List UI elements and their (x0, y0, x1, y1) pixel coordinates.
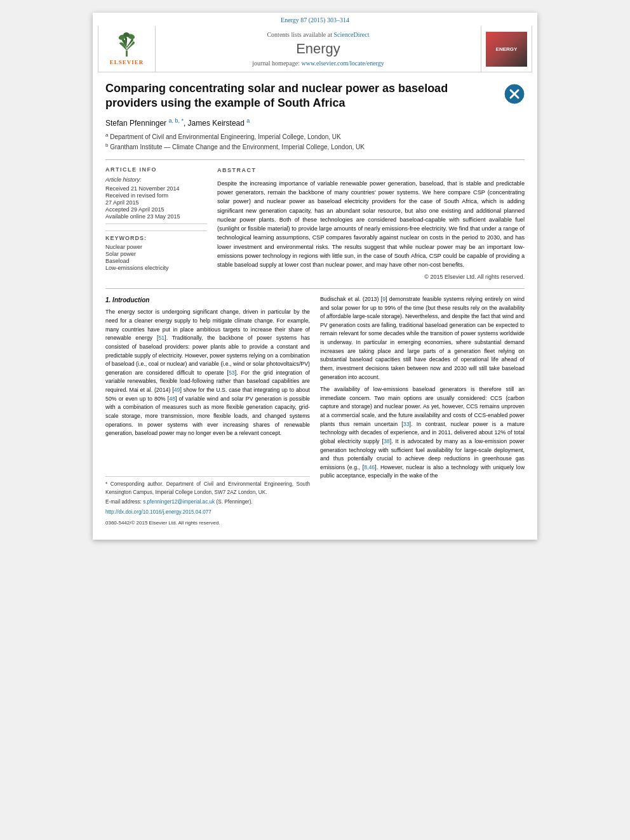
abstract-text: Despite the increasing importance of var… (217, 179, 525, 270)
info-divider (105, 223, 207, 224)
elsevier-text: ELSEVIER (110, 59, 144, 65)
doi-link[interactable]: http://dx.doi.org/10.1016/j.energy.2015.… (105, 509, 211, 515)
article-info: ARTICLE INFO Article history: Received 2… (105, 166, 207, 282)
crossmark-icon: CrossMark (504, 84, 525, 104)
svg-rect-0 (126, 51, 128, 57)
body-content: 1. Introduction The energy sector is und… (105, 295, 525, 527)
history-revised-label: Received in revised form (105, 192, 207, 199)
history-revised-date: 27 April 2015 (105, 199, 207, 206)
history-received: Received 21 November 2014 (105, 185, 207, 192)
section1-para2: Budischak et al. (2013) [9] demonstrate … (320, 295, 525, 382)
keyword-1: Nuclear power (105, 244, 207, 250)
ref-53[interactable]: 53 (229, 370, 235, 376)
affiliation-sup-b: a (246, 117, 250, 124)
ref-9[interactable]: 9 (382, 296, 385, 302)
keyword-2: Solar power (105, 251, 207, 257)
article-info-heading: ARTICLE INFO (105, 166, 207, 173)
authors: Stefan Pfenninger a, b, *, James Keirste… (105, 117, 525, 128)
title-row: Comparing concentrating solar and nuclea… (105, 81, 525, 117)
footer-notes: * Corresponding author. Department of Ci… (105, 476, 310, 527)
affiliations: a Department of Civil and Environmental … (105, 131, 525, 152)
body-divider (105, 288, 525, 289)
section1-para1: The energy sector is undergoing signific… (105, 308, 310, 437)
footer-email-link[interactable]: s.pfenninger12@imperial.ac.uk (143, 499, 215, 505)
footer-email: E-mail address: s.pfenninger12@imperial.… (105, 498, 310, 507)
journal-title-area: Contents lists available at ScienceDirec… (156, 26, 481, 72)
history-accepted: Accepted 29 April 2015 (105, 206, 207, 213)
history-label: Article history: (105, 177, 207, 183)
keyword-3: Baseload (105, 258, 207, 264)
homepage-link[interactable]: www.elsevier.com/locate/energy (301, 60, 384, 67)
article-info-abstract: ARTICLE INFO Article history: Received 2… (105, 159, 525, 282)
ref-48[interactable]: 48 (169, 396, 175, 402)
journal-ref-text: Energy 87 (2015) 303–314 (281, 17, 349, 23)
ref-49[interactable]: 49 (174, 387, 180, 393)
keywords-section: Keywords: Nuclear power Solar power Base… (105, 230, 207, 271)
journal-title: Energy (296, 41, 340, 57)
history-online: Available online 23 May 2015 (105, 213, 207, 220)
journal-reference-bar: Energy 87 (2015) 303–314 (93, 13, 537, 26)
footer-doi: http://dx.doi.org/10.1016/j.energy.2015.… (105, 509, 310, 517)
section1-heading: 1. Introduction (105, 295, 310, 305)
section1-para3: The availability of low-emissions baselo… (320, 385, 525, 481)
article-title: Comparing concentrating solar and nuclea… (105, 81, 498, 111)
abstract-heading: ABSTRACT (217, 166, 525, 175)
journal-homepage: journal homepage: www.elsevier.com/locat… (252, 60, 384, 67)
energy-logo: ENERGY (486, 32, 527, 67)
elsevier-logo: ELSEVIER (109, 32, 144, 65)
keywords-title: Keywords: (105, 235, 207, 241)
sciencedirect-link[interactable]: ScienceDirect (333, 31, 369, 38)
ref-8-46[interactable]: 8,46 (364, 464, 375, 470)
ref-38[interactable]: 38 (384, 438, 390, 444)
energy-logo-text: ENERGY (496, 46, 518, 52)
journal-header: ELSEVIER Contents lists available at Sci… (98, 26, 532, 72)
ref-51[interactable]: 51 (158, 335, 164, 341)
svg-text:CrossMark: CrossMark (508, 100, 520, 103)
footer-issn: 0360-5442/© 2015 Elsevier Ltd. All right… (105, 519, 310, 527)
keyword-4: Low-emissions electricity (105, 265, 207, 271)
copyright: © 2015 Elsevier Ltd. All rights reserved… (217, 273, 525, 282)
article-body: Comparing concentrating solar and nuclea… (93, 72, 537, 540)
article-page: Energy 87 (2015) 303–314 ELSEVI (93, 13, 537, 540)
affiliation-a: a Department of Civil and Environmental … (105, 131, 525, 142)
svg-point-3 (123, 32, 130, 37)
elsevier-tree-icon (109, 32, 144, 58)
ref-33[interactable]: 33 (403, 421, 410, 427)
both-text: Both (279, 217, 292, 223)
energy-logo-box: ENERGY (481, 26, 532, 72)
body-right-col: Budischak et al. (2013) [9] demonstrate … (320, 295, 525, 527)
affiliation-sup-a: a, b, * (168, 117, 184, 124)
footer-corresponding: * Corresponding author. Department of Ci… (105, 481, 310, 497)
elsevier-logo-box: ELSEVIER (98, 26, 156, 72)
abstract: ABSTRACT Despite the increasing importan… (217, 166, 525, 282)
sciencedirect-line: Contents lists available at ScienceDirec… (267, 31, 369, 38)
body-left-col: 1. Introduction The energy sector is und… (105, 295, 310, 527)
footer-divider (105, 476, 310, 477)
affiliation-b: b Grantham Institute — Climate Change an… (105, 142, 525, 152)
